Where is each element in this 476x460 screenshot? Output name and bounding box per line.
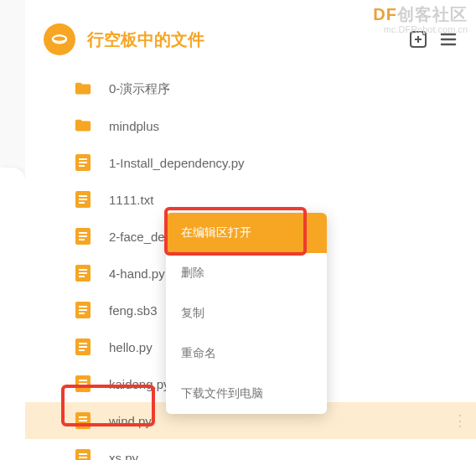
file-name: hello.py [109, 340, 153, 354]
context-menu-item[interactable]: 在编辑区打开 [166, 213, 327, 253]
file-name: 1-Install_dependency.py [109, 156, 245, 170]
file-name: 0-演示程序 [109, 81, 170, 97]
file-row[interactable]: xs.py [25, 439, 476, 460]
add-button[interactable] [407, 28, 429, 50]
file-icon [72, 373, 94, 395]
file-icon [72, 189, 94, 210]
file-icon [72, 262, 94, 284]
more-icon[interactable]: ⋮ [453, 411, 466, 430]
context-menu-item[interactable]: 复制 [166, 293, 327, 333]
menu-button[interactable] [437, 28, 459, 50]
file-icon [72, 336, 94, 358]
context-menu-item[interactable]: 重命名 [166, 333, 327, 374]
file-icon [72, 410, 94, 432]
panel-title: 行空板中的文件 [87, 28, 204, 51]
app-logo-icon [44, 23, 75, 55]
context-menu-item[interactable]: 删除 [166, 253, 327, 293]
folder-icon [72, 78, 94, 100]
file-icon [72, 225, 94, 247]
file-name: xs.py [109, 451, 138, 461]
file-name: kaideng.py [109, 377, 170, 391]
file-name: 1111.txt [109, 193, 153, 207]
file-icon [72, 152, 94, 173]
file-row[interactable]: 0-演示程序 [25, 70, 476, 107]
file-row[interactable]: mindplus [25, 107, 476, 144]
left-panel-edge [0, 168, 25, 460]
file-name: wind.py [109, 414, 152, 428]
file-icon [72, 299, 94, 321]
file-icon [72, 447, 94, 460]
file-name: feng.sb3 [109, 303, 158, 318]
folder-icon [72, 115, 94, 137]
context-menu: 在编辑区打开删除复制重命名下载文件到电脑 [166, 213, 327, 414]
file-name: mindplus [109, 119, 159, 133]
file-row[interactable]: 1-Install_dependency.py [25, 144, 476, 181]
panel-header: 行空板中的文件 [25, 0, 476, 64]
context-menu-item[interactable]: 下载文件到电脑 [166, 374, 327, 414]
svg-point-1 [53, 35, 67, 41]
file-name: 4-hand.py [109, 266, 165, 281]
